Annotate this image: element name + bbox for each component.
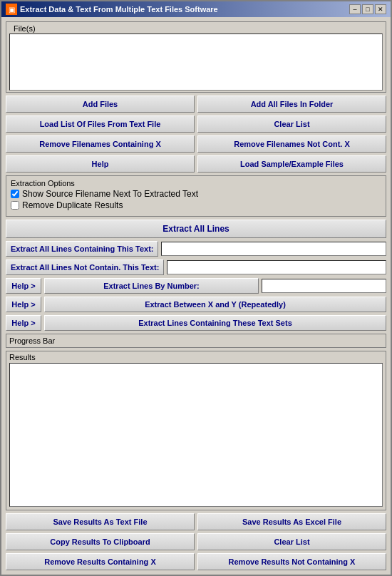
copy-results-button[interactable]: Copy Results To Clipboard	[6, 533, 195, 550]
show-source-filename-checkbox[interactable]	[11, 190, 19, 198]
add-files-row: Add Files Add All Files In Folder	[6, 96, 386, 113]
extract-not-containing-label-button[interactable]: Extract All Lines Not Contain. This Text…	[6, 259, 164, 275]
progress-group: Progress Bar	[6, 334, 386, 348]
extract-by-number-label-button[interactable]: Extract Lines By Number:	[44, 278, 259, 294]
title-bar: ▣ Extract Data & Text From Multiple Text…	[1, 1, 391, 17]
extract-containing-label-button[interactable]: Extract All Lines Containing This Text:	[6, 241, 158, 257]
help-sample-row: Help Load Sample/Example Files	[6, 155, 386, 173]
results-label: Results	[9, 353, 383, 361]
close-button[interactable]: ✕	[375, 4, 386, 14]
load-clear-row: Load List Of Files From Text File Clear …	[6, 115, 386, 133]
help-button[interactable]: Help	[6, 155, 195, 173]
files-group: File(s)	[6, 21, 386, 93]
load-list-button[interactable]: Load List Of Files From Text File	[6, 115, 195, 133]
files-listbox[interactable]	[9, 34, 383, 91]
content-area: File(s) Add Files Add All Files In Folde…	[1, 17, 391, 575]
extract-between-button[interactable]: Extract Between X and Y (Repeatedly)	[44, 297, 386, 312]
extract-by-number-input[interactable]	[262, 279, 386, 293]
remove-duplicates-label: Remove Duplicate Results	[22, 200, 123, 210]
title-buttons: – □ ✕	[349, 4, 386, 14]
extract-not-containing-input[interactable]	[167, 260, 386, 274]
extract-containing-input[interactable]	[161, 242, 386, 256]
add-files-button[interactable]: Add Files	[6, 96, 195, 113]
remove-results-containing-button[interactable]: Remove Results Containing X	[6, 553, 195, 570]
clear-list-top-button[interactable]: Clear List	[197, 115, 386, 133]
extraction-options-group: Extraction Options Show Source Filename …	[6, 175, 386, 217]
remove-filenames-row: Remove Filenames Containing X Remove Fil…	[6, 135, 386, 153]
main-window: ▣ Extract Data & Text From Multiple Text…	[0, 0, 392, 576]
show-source-filename-row: Show Source Filename Next To Extracted T…	[11, 189, 381, 199]
progress-label: Progress Bar	[9, 336, 55, 345]
remove-filenames-not-containing-button[interactable]: Remove Filenames Not Cont. X	[197, 135, 386, 153]
remove-results-not-containing-button[interactable]: Remove Results Not Containing X	[197, 553, 386, 570]
window-title: Extract Data & Text From Multiple Text F…	[20, 5, 218, 14]
extraction-options-legend: Extraction Options	[11, 179, 381, 187]
results-group: Results	[6, 351, 386, 510]
title-bar-left: ▣ Extract Data & Text From Multiple Text…	[6, 4, 218, 15]
help2-button[interactable]: Help >	[6, 297, 41, 312]
remove-results-row: Remove Results Containing X Remove Resul…	[6, 553, 386, 570]
help3-button[interactable]: Help >	[6, 315, 41, 331]
show-source-filename-label: Show Source Filename Next To Extracted T…	[22, 189, 198, 199]
files-label: File(s)	[12, 24, 37, 33]
remove-duplicates-row: Remove Duplicate Results	[11, 200, 381, 210]
save-row: Save Results As Text File Save Results A…	[6, 513, 386, 530]
help1-button[interactable]: Help >	[6, 278, 41, 294]
clear-list-bottom-button[interactable]: Clear List	[197, 533, 386, 550]
copy-clear-row: Copy Results To Clipboard Clear List	[6, 533, 386, 550]
save-results-excel-button[interactable]: Save Results As Excel File	[197, 513, 386, 530]
results-textarea[interactable]	[9, 363, 383, 507]
extract-not-containing-row: Extract All Lines Not Contain. This Text…	[6, 259, 386, 275]
minimize-button[interactable]: –	[349, 4, 361, 14]
bottom-buttons: Save Results As Text File Save Results A…	[6, 513, 386, 570]
extract-text-sets-row: Help > Extract Lines Containing These Te…	[6, 315, 386, 331]
extract-text-sets-button[interactable]: Extract Lines Containing These Text Sets	[44, 315, 386, 331]
add-all-files-button[interactable]: Add All Files In Folder	[197, 96, 386, 113]
remove-filenames-containing-button[interactable]: Remove Filenames Containing X	[6, 135, 195, 153]
load-sample-button[interactable]: Load Sample/Example Files	[197, 155, 386, 173]
save-results-text-button[interactable]: Save Results As Text File	[6, 513, 195, 530]
remove-duplicates-checkbox[interactable]	[11, 201, 19, 210]
maximize-button[interactable]: □	[362, 4, 373, 14]
extract-containing-row: Extract All Lines Containing This Text:	[6, 241, 386, 257]
extract-all-lines-button[interactable]: Extract All Lines	[6, 220, 386, 238]
extract-between-row: Help > Extract Between X and Y (Repeated…	[6, 297, 386, 312]
extract-by-number-row: Help > Extract Lines By Number:	[6, 278, 386, 294]
app-icon: ▣	[6, 4, 17, 15]
